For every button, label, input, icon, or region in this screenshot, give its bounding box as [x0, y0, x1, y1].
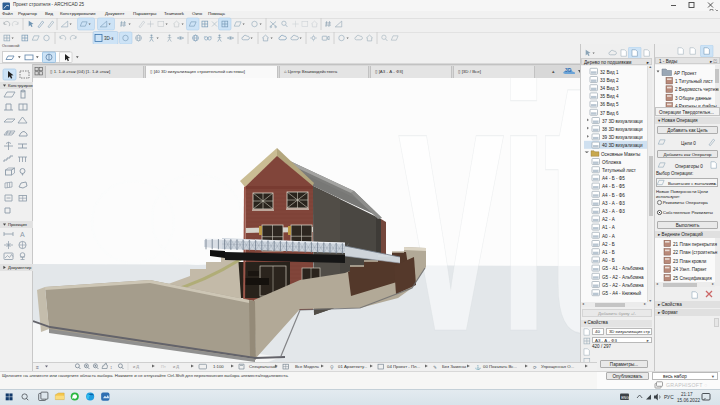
svg-text:00 Показать Вс...: 00 Показать Вс... [483, 364, 517, 369]
svg-text:⚓: ⚓ [475, 364, 481, 371]
svg-text:РУС: РУС [664, 395, 674, 400]
svg-text:G5 - А1 - Альбомна: G5 - А1 - Альбомна [602, 266, 644, 271]
svg-text:Специальный: Специальный [249, 364, 277, 369]
svg-text:vito: vito [398, 78, 580, 362]
svg-text:А1 - А: А1 - А [602, 225, 616, 230]
svg-text:35 Вид 4: 35 Вид 4 [600, 94, 619, 99]
svg-text:↕: ↕ [110, 365, 112, 370]
svg-text:А4 - Б - Ф6: А4 - Б - Ф6 [602, 193, 625, 198]
svg-text:39 3D визуализаци: 39 3D визуализаци [602, 135, 643, 140]
svg-text:ENG: ENG [621, 396, 629, 400]
svg-text:Пт: Пт [161, 364, 166, 369]
svg-text:04 Проект - Пл...: 04 Проект - Пл... [387, 364, 420, 369]
svg-text:3D-з: 3D-з [104, 36, 113, 41]
svg-text:34 Вид 3: 34 Вид 3 [600, 86, 619, 91]
svg-text:Упрощенная О...: Упрощенная О... [541, 364, 574, 369]
svg-text:3 Общие данные: 3 Общие данные [675, 96, 712, 101]
svg-text:А2 - Б: А2 - Б [602, 242, 615, 247]
svg-text:21 План перекрытия: 21 План перекрытия [673, 242, 717, 247]
svg-text:✎: ✎ [433, 365, 437, 370]
svg-text:40 3D визуализаци: 40 3D визуализаци [602, 143, 643, 148]
svg-text:Титульный лист: Титульный лист [602, 167, 637, 173]
svg-text:⚲: ⚲ [330, 364, 334, 370]
svg-text:А1 - Б: А1 - Б [602, 250, 615, 255]
svg-text:37 3D визуализаци: 37 3D визуализаци [602, 119, 643, 124]
svg-text:Обложка: Обложка [602, 160, 621, 165]
svg-text:25 Спецификация: 25 Спецификация [673, 276, 712, 281]
svg-text:32 Вид 1: 32 Вид 1 [600, 70, 619, 75]
svg-text:⟳: ⟳ [533, 365, 537, 370]
svg-text:21:17: 21:17 [681, 392, 693, 397]
svg-text:А0 - Б: А0 - Б [602, 258, 615, 263]
svg-text:и Д: и Д [133, 364, 139, 369]
svg-text:33 Вид 2: 33 Вид 2 [600, 78, 619, 83]
svg-text:G5 - А2 - Альбомна: G5 - А2 - Альбомна [602, 275, 644, 280]
svg-text:Операторы 0: Операторы 0 [675, 164, 703, 169]
svg-text:Документир: Документир [8, 265, 32, 270]
svg-text:G5 - А4 - Книжный: G5 - А4 - Книжный [602, 290, 642, 296]
svg-text:22 План (строительн: 22 План (строительн [673, 250, 718, 255]
svg-text:01 Архитекту...: 01 Архитекту... [338, 364, 367, 369]
svg-text:36 Вид 5: 36 Вид 5 [600, 102, 619, 107]
svg-text:А2 - А: А2 - А [602, 217, 616, 222]
svg-text:А4 - Б - Ф5: А4 - Б - Ф5 [602, 176, 625, 181]
svg-text:24 Узел. Паркет: 24 Узел. Паркет [673, 267, 708, 272]
svg-text:Цели 0: Цели 0 [681, 141, 696, 146]
svg-text:A: A [20, 231, 25, 238]
svg-text:Проекция: Проекция [8, 222, 27, 227]
svg-text:Конструиров: Конструиров [8, 83, 33, 88]
svg-text:15.06.2022: 15.06.2022 [677, 398, 700, 403]
svg-text:А3 - А - Ф3: А3 - А - Ф3 [602, 201, 625, 206]
svg-text:А4 - Б - Ф5: А4 - Б - Ф5 [602, 184, 625, 189]
svg-text:23 План кровли: 23 План кровли [673, 259, 707, 264]
svg-text:1 Титульный лист: 1 Титульный лист [675, 78, 714, 84]
svg-text:3D: 3D [565, 67, 572, 73]
svg-text:Все Модель: Все Модель [295, 364, 320, 369]
svg-text:≡: ≡ [36, 364, 39, 370]
svg-text:А0 - А: А0 - А [602, 234, 616, 239]
svg-text:G5 - А2 - Альбомна: G5 - А2 - Альбомна [602, 283, 644, 288]
svg-text:1:100: 1:100 [213, 364, 224, 369]
svg-text:38 3D визуализаци: 38 3D визуализаци [602, 127, 643, 132]
svg-text:и Д: и Д [173, 364, 179, 369]
svg-text:Без Замены: Без Замены [442, 364, 466, 369]
svg-text:АР Проект: АР Проект [674, 71, 697, 76]
svg-text:2 Ведомость чертежей: 2 Ведомость чертежей [675, 86, 719, 92]
svg-text:37 Вид 6: 37 Вид 6 [600, 111, 619, 116]
svg-text:Основные Макеты: Основные Макеты [601, 152, 640, 157]
svg-text:А3 - А - Ф3: А3 - А - Ф3 [602, 209, 625, 214]
